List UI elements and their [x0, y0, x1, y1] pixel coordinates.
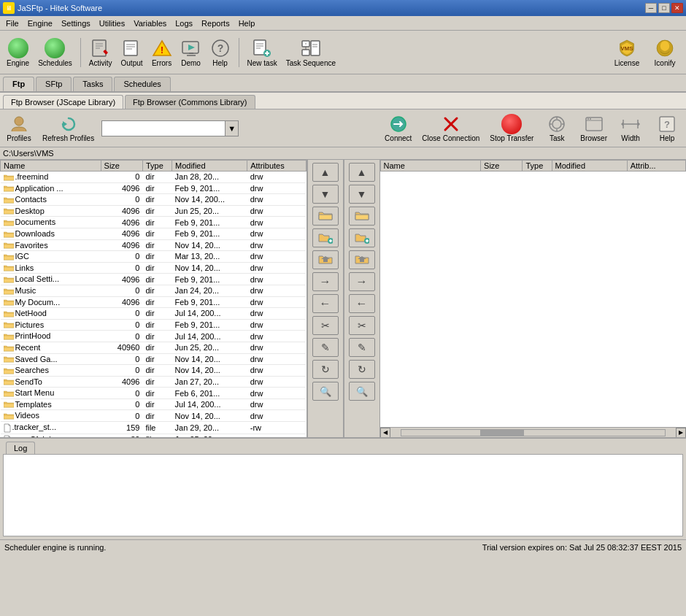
log-content[interactable] — [3, 454, 683, 536]
table-row[interactable]: Videos 0 dir Nov 14, 20... drw — [1, 410, 307, 422]
help-ftp-button[interactable]: ? Help — [651, 112, 683, 144]
col-modified-left[interactable]: Modified — [172, 161, 247, 172]
profiles-button[interactable]: Profiles — [3, 112, 35, 144]
connect-button[interactable]: Connect — [382, 112, 415, 144]
table-row[interactable]: Recent 40960 dir Jun 25, 20... drw — [1, 342, 307, 353]
table-row[interactable]: Links 0 dir Nov 14, 20... drw — [1, 262, 307, 274]
search-button-right[interactable]: 🔍 — [349, 382, 375, 401]
width-button[interactable]: Width — [614, 112, 647, 144]
log-tab[interactable]: Log — [6, 442, 35, 454]
table-row[interactable]: Local Setti... 4096 dir Feb 9, 201... dr… — [1, 274, 307, 285]
col-attrs-right[interactable]: Attrib... — [627, 161, 685, 172]
demo-button[interactable]: Demo — [177, 36, 205, 69]
search-button-left[interactable]: 🔍 — [312, 382, 339, 401]
table-row[interactable]: Favorites 4096 dir Nov 14, 20... drw — [1, 239, 307, 251]
col-size-left[interactable]: Size — [101, 161, 142, 172]
new-folder-right[interactable] — [349, 228, 375, 247]
open-folder-left[interactable] — [312, 207, 339, 226]
send-right-button[interactable]: → — [312, 272, 339, 291]
down-dir-button-left[interactable]: ▼ — [312, 185, 339, 204]
output-button[interactable]: Output — [117, 36, 147, 69]
errors-button[interactable]: ! Errors — [148, 36, 176, 69]
up-dir-button-right[interactable]: ▲ — [349, 163, 375, 182]
right-hscrollbar[interactable]: ◀ ▶ — [380, 427, 687, 437]
col-type-left[interactable]: Type — [142, 161, 172, 172]
table-row[interactable]: PrintHood 0 dir Jul 14, 200... drw — [1, 331, 307, 342]
menu-reports[interactable]: Reports — [197, 18, 234, 29]
tab-tasks[interactable]: Tasks — [73, 77, 112, 91]
table-row[interactable]: Saved Ga... 0 dir Nov 14, 20... drw — [1, 353, 307, 365]
iconify-button[interactable]: Iconify — [647, 36, 683, 69]
menu-help[interactable]: Help — [234, 18, 260, 29]
menu-engine[interactable]: Engine — [23, 18, 57, 29]
refresh-button-left[interactable]: ↻ — [312, 360, 339, 379]
close-button[interactable]: ✕ — [671, 3, 683, 13]
tasksequence-button[interactable]: Task Sequence — [282, 36, 339, 69]
table-row[interactable]: Documents 4096 dir Feb 9, 201... drw — [1, 217, 307, 228]
parent-dir-left[interactable] — [312, 250, 339, 269]
open-folder-right[interactable] — [349, 207, 375, 226]
maximize-button[interactable]: □ — [658, 3, 670, 13]
menu-logs[interactable]: Logs — [171, 18, 197, 29]
col-size-right[interactable]: Size — [481, 161, 523, 172]
menu-settings[interactable]: Settings — [57, 18, 95, 29]
up-dir-button-left[interactable]: ▲ — [312, 163, 339, 182]
newtask-button[interactable]: New task — [244, 36, 281, 69]
profile-dropdown-arrow[interactable]: ▼ — [226, 120, 239, 136]
help-button[interactable]: ? Help — [207, 36, 234, 69]
col-name-right[interactable]: Name — [380, 161, 481, 172]
tab-schedules[interactable]: Schedules — [114, 77, 170, 91]
col-type-right[interactable]: Type — [523, 161, 552, 172]
table-row[interactable]: .tracker_st... 159 file Jan 29, 20... -r… — [1, 422, 307, 434]
hscroll-left-arrow[interactable]: ◀ — [380, 428, 390, 438]
table-row[interactable]: Desktop 4096 dir Jun 25, 20... drw — [1, 205, 307, 217]
new-folder-left[interactable] — [312, 228, 339, 247]
table-row[interactable]: Contacts 0 dir Nov 14, 200... drw — [1, 194, 307, 206]
table-row[interactable]: Pictures 0 dir Feb 9, 201... drw — [1, 319, 307, 331]
down-dir-button-right[interactable]: ▼ — [349, 185, 375, 204]
send-right-button-r[interactable]: → — [349, 272, 375, 291]
col-attrs-left[interactable]: Attributes — [247, 161, 306, 172]
subtab-jscape[interactable]: Ftp Browser (JScape Library) — [3, 95, 123, 109]
engine-button[interactable]: Engine — [3, 36, 33, 69]
col-modified-right[interactable]: Modified — [552, 161, 627, 172]
menu-variables[interactable]: Variables — [129, 18, 171, 29]
close-connection-button[interactable]: Close Connection — [419, 112, 482, 144]
table-row[interactable]: Downloads 4096 dir Feb 9, 201... drw — [1, 228, 307, 239]
hscroll-thumb[interactable] — [480, 430, 524, 436]
right-file-browser[interactable]: Name Size Type Modified Attrib... — [380, 160, 687, 427]
refresh-profiles-button[interactable]: Refresh Profiles — [39, 112, 97, 144]
schedules-button[interactable]: Schedules — [34, 36, 76, 69]
profile-input[interactable] — [101, 120, 226, 136]
table-row[interactable]: Start Menu 0 dir Feb 6, 201... drw — [1, 388, 307, 399]
cut-button-left[interactable]: ✂ — [312, 316, 339, 335]
table-row[interactable]: Music 0 dir Jan 24, 20... drw — [1, 285, 307, 296]
license-button[interactable]: VMS License — [609, 36, 645, 69]
activity-button[interactable]: Activity — [85, 36, 116, 69]
hscroll-track[interactable] — [401, 429, 666, 436]
table-row[interactable]: My Docum... 4096 dir Feb 9, 201... drw — [1, 296, 307, 308]
menu-file[interactable]: File — [1, 18, 23, 29]
minimize-button[interactable]: ─ — [645, 3, 657, 13]
left-file-browser[interactable]: Name Size Type Modified Attributes .free… — [0, 160, 307, 437]
task-ftp-button[interactable]: Task — [541, 112, 573, 144]
menu-utilities[interactable]: Utilities — [95, 18, 129, 29]
send-left-button-r[interactable]: ← — [349, 294, 375, 313]
tab-sftp[interactable]: SFtp — [36, 77, 72, 91]
col-name-left[interactable]: Name — [1, 161, 101, 172]
tab-ftp[interactable]: Ftp — [3, 77, 34, 91]
table-row[interactable]: Application ... 4096 dir Feb 9, 201... d… — [1, 182, 307, 194]
table-row[interactable]: .freemind 0 dir Jan 28, 20... drw — [1, 172, 307, 183]
table-row[interactable]: Searches 0 dir Nov 14, 20... drw — [1, 365, 307, 377]
browser-button[interactable]: Browser — [577, 112, 610, 144]
cut-button-right[interactable]: ✂ — [349, 316, 375, 335]
table-row[interactable]: SendTo 4096 dir Jan 27, 20... drw — [1, 376, 307, 388]
table-row[interactable]: NetHood 0 dir Jul 14, 200... drw — [1, 308, 307, 320]
table-row[interactable]: Templates 0 dir Jul 14, 200... drw — [1, 399, 307, 410]
rename-button-left[interactable]: ✎ — [312, 338, 339, 357]
stop-transfer-button[interactable]: Stop Transfer — [487, 112, 536, 144]
subtab-commons[interactable]: Ftp Browser (Commons Library) — [125, 95, 255, 109]
refresh-button-right[interactable]: ↻ — [349, 360, 375, 379]
hscroll-right-arrow[interactable]: ▶ — [676, 428, 686, 438]
parent-dir-right[interactable] — [349, 250, 375, 269]
